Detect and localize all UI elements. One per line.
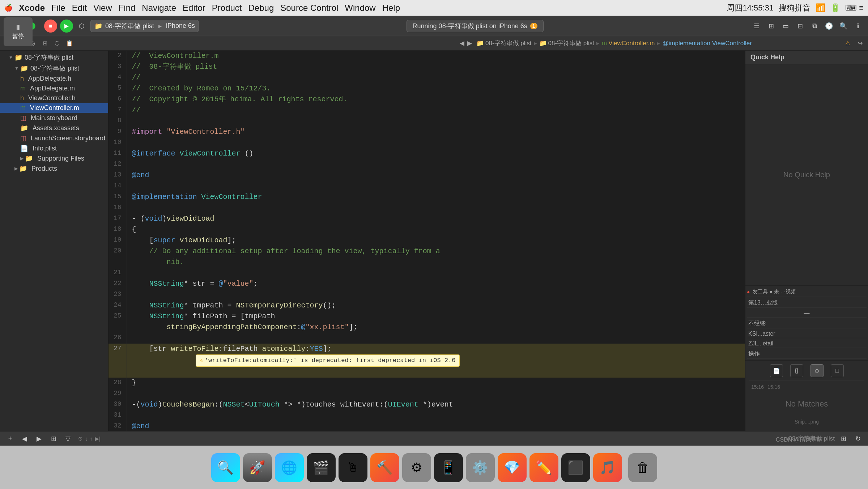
nav-back-button[interactable]: ◀ [460, 39, 464, 47]
file-nav-root[interactable]: ▼ 📁 08-字符串做 plist [0, 52, 108, 63]
log-icon[interactable]: 📋 [64, 38, 75, 48]
code-line-6: 6 // Copyright © 2015年 heima. All rights… [109, 94, 745, 105]
no-matches-label: No Matches [749, 392, 864, 416]
dock-tools2[interactable]: ⚙ [402, 453, 431, 482]
bottom-forward-button[interactable]: ▶ [33, 433, 45, 445]
file-nav-appdelegate-m[interactable]: m AppDelegate.m [0, 84, 108, 93]
menu-source-control[interactable]: Source Control [280, 3, 338, 13]
bottom-back-button[interactable]: ◀ [19, 433, 30, 445]
dock-settings[interactable]: ⚙️ [466, 453, 495, 482]
code-line-32: 32 @end [109, 421, 745, 431]
menu-file[interactable]: File [51, 3, 65, 13]
add-file-button[interactable]: + [4, 433, 16, 445]
breadcrumb: ◀ ▶ 📁 08-字符串做 plist ▸ 📁 08-字符串做 plist ▸ … [456, 36, 841, 51]
run-button[interactable]: ▶ [60, 20, 73, 33]
debug-step-over-icon[interactable]: ⊙ [78, 435, 83, 442]
file-nav-viewcontroller-h[interactable]: h ViewController.h [0, 93, 108, 103]
menubar-wifi-icon: 📶 [816, 3, 825, 13]
hierarchy-icon[interactable]: ⊞ [40, 38, 50, 48]
menu-xcode[interactable]: Xcode [19, 3, 45, 13]
breadcrumb-proj[interactable]: 08-字符串做 plist [548, 39, 595, 47]
dock-media[interactable]: 🎵 [593, 453, 622, 482]
breakpoints-icon[interactable]: ⬡ [52, 38, 62, 48]
file-nav-appdelegate-h[interactable]: h AppDelegate.h [0, 74, 108, 84]
menu-editor[interactable]: Editor [183, 3, 205, 13]
menu-navigate[interactable]: Navigate [142, 3, 176, 13]
code-editor[interactable]: 2 // ViewController.m 3 // 08-字符串做 plist… [109, 51, 745, 431]
quick-help-panel: Quick Help No Quick Help ● 发工具 ● 未…·视频 第… [745, 51, 868, 431]
right-panel-label: ● 发工具 ● 未…·视频 [747, 287, 867, 297]
dock-tools1[interactable]: 🔨 [370, 453, 399, 482]
breadcrumb-file[interactable]: ViewController.m [608, 40, 655, 47]
file-nav-supporting-files[interactable]: ▶ 📁 Supporting Files [0, 153, 108, 163]
menu-edit[interactable]: Edit [72, 3, 87, 13]
dock-launchpad[interactable]: 🚀 [243, 453, 272, 482]
menubar-ime[interactable]: 搜狗拼音 [779, 3, 810, 13]
breadcrumb-file-icon: m [602, 40, 607, 47]
quick-help-icons: 📄 {} ⊙ □ [749, 364, 864, 377]
dock-mouse[interactable]: 🖱 [339, 453, 367, 482]
version-editor-button[interactable]: 🕐 [823, 20, 835, 32]
code-line-27: 27 [str writeToFile:filePath atomically:… [109, 344, 745, 378]
breakpoint-button[interactable]: ⬡ [76, 20, 88, 32]
nav-forward-button[interactable]: ▶ [467, 39, 472, 47]
menubar-left: 🍎 Xcode File Edit View Find Navigate Edi… [4, 3, 400, 13]
file-navigator: ▼ 📁 08-字符串做 plist ▼ 📁 08-字符串做 plist h Ap… [0, 51, 109, 431]
dock-finder[interactable]: 🔍 [211, 453, 240, 482]
jump-bar-icon[interactable]: ↪ [855, 38, 865, 48]
bottom-grid-view-button[interactable]: ⊞ [838, 433, 849, 445]
file-nav-assets[interactable]: 📁 Assets.xcassets [0, 123, 108, 133]
bottom-bar: + ◀ ▶ ⊞ ▽ ⊙ ↓ ↑ ▶| ▭ 08-字符串做 plist ⊞ ↻ [0, 431, 868, 446]
debug-continue-icon[interactable]: ▶| [95, 435, 101, 442]
menubar: 🍎 Xcode File Edit View Find Navigate Edi… [0, 0, 868, 16]
dock-phone[interactable]: 📱 [434, 453, 463, 482]
appdelegate-h-label: AppDelegate.h [28, 75, 71, 82]
dock-terminal[interactable]: ⬛ [561, 453, 590, 482]
code-line-8: 8 [109, 116, 745, 127]
qh-bracket-icon[interactable]: {} [790, 364, 803, 377]
filter-button[interactable]: ▽ [62, 433, 74, 445]
dock-photos[interactable]: 🎬 [307, 453, 336, 482]
view-toggle-icon[interactable]: ⊞ [48, 433, 59, 445]
file-nav-viewcontroller-m[interactable]: m ViewController.m [0, 103, 108, 113]
assistant-editor-button[interactable]: ⧉ [809, 20, 820, 32]
quick-help-header: Quick Help [745, 51, 868, 64]
qh-rect-icon[interactable]: □ [831, 364, 844, 377]
menu-window[interactable]: Window [345, 3, 375, 13]
breadcrumb-root[interactable]: 08-字符串做 plist [485, 39, 532, 47]
menu-product[interactable]: Product [212, 3, 242, 13]
info-button[interactable]: ℹ [852, 20, 864, 32]
utilities-toggle-button[interactable]: ▭ [780, 20, 791, 32]
apple-logo-icon[interactable]: 🍎 [4, 4, 12, 12]
menu-debug[interactable]: Debug [248, 3, 274, 13]
stop-button[interactable]: ■ [44, 20, 57, 33]
supporting-files-label: Supporting Files [37, 155, 84, 162]
right-panel-item5: 操作 [747, 349, 867, 359]
file-nav-launchscreen[interactable]: ◫ LaunchScreen.storyboard [0, 133, 108, 143]
file-nav-products[interactable]: ▶ 📁 Products [0, 163, 108, 174]
dock-safari[interactable]: 🌐 [275, 453, 304, 482]
debug-step-in-icon[interactable]: ↓ [85, 435, 88, 442]
debug-toggle-button[interactable]: ⊞ [765, 20, 777, 32]
file-nav-info-plist[interactable]: 📄 Info.plist [0, 143, 108, 153]
scheme-selector[interactable]: 📁 08-字符串做 plist ▸ iPhone 6s [90, 20, 199, 32]
qh-file-icon[interactable]: 📄 [770, 364, 783, 377]
breadcrumb-symbol[interactable]: @implementation ViewController [662, 40, 752, 47]
file-nav-main-storyboard[interactable]: ◫ Main.storyboard [0, 113, 108, 123]
bottom-refresh-button[interactable]: ↻ [852, 433, 864, 445]
code-line-16: 16 [109, 203, 745, 213]
menu-help[interactable]: Help [382, 3, 400, 13]
dock-pencil[interactable]: ✏️ [529, 453, 558, 482]
add-button[interactable]: 🔍 [838, 20, 849, 32]
menu-find[interactable]: Find [119, 3, 136, 13]
split-editor-button[interactable]: ⊟ [794, 20, 806, 32]
dock-sketch[interactable]: 💎 [498, 453, 527, 482]
dock-trash[interactable]: 🗑 [628, 453, 657, 482]
debug-step-out-icon[interactable]: ↑ [90, 435, 93, 442]
menu-view[interactable]: View [93, 3, 112, 13]
qh-circle-icon[interactable]: ⊙ [810, 364, 824, 377]
file-nav-proj-folder[interactable]: ▼ 📁 08-字符串做 plist [0, 63, 108, 74]
navigator-toggle-button[interactable]: ☰ [751, 20, 762, 32]
warning-nav-icon[interactable]: ⚠ [843, 38, 853, 48]
launchscreen-label: LaunchScreen.storyboard [31, 135, 105, 142]
